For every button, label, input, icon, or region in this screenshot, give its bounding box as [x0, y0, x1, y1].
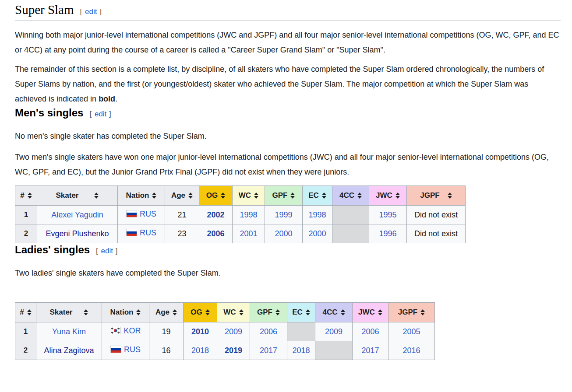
edit-link-ladies[interactable]: edit: [101, 247, 113, 255]
nation-link[interactable]: RUS: [124, 345, 141, 354]
column-header-label: #: [20, 308, 24, 316]
sort-icon: [290, 192, 295, 199]
intro-paragraph-2-period: .: [115, 94, 117, 103]
edit-section-super-slam: [ edit ]: [80, 7, 102, 16]
sort-icon: [448, 192, 452, 199]
column-header-4cc[interactable]: 4CC: [315, 303, 353, 322]
year-link-og[interactable]: 2002: [207, 210, 224, 219]
page-content: Super Slam[ edit ] Winning both major ju…: [0, 0, 572, 360]
column-header-gpf[interactable]: GPF: [265, 186, 303, 206]
russia-flag-icon: [126, 229, 137, 236]
table-row: 1 Yuna Kim KOR 19 2010 2009 2006 2009 20…: [15, 322, 435, 341]
sort-icon: [84, 309, 88, 315]
column-header-label: Nation: [126, 191, 149, 200]
sort-icon: [275, 309, 280, 315]
column-header-jwc[interactable]: JWC: [369, 186, 407, 206]
bracket-open: [: [80, 7, 83, 16]
year-link-ec[interactable]: 2000: [308, 229, 326, 238]
skater-link[interactable]: Yuna Kim: [52, 327, 86, 336]
column-header-label: JGPF: [420, 191, 439, 200]
edit-link-mens[interactable]: edit: [95, 110, 106, 118]
sort-icon: [136, 309, 141, 315]
column-header-jwc[interactable]: JWC: [353, 303, 388, 322]
sort-icon: [341, 309, 345, 315]
ladies-paragraph-1: Two ladies' single skaters have complete…: [15, 266, 561, 280]
year-link-jwc[interactable]: 1995: [379, 210, 396, 219]
sort-icon: [306, 309, 310, 315]
table-row: 2 Alina Zagitova RUS 16 2018 2019 2017 2…: [15, 341, 435, 360]
year-link-og[interactable]: 2018: [191, 346, 209, 355]
year-link-ec[interactable]: 1998: [308, 210, 326, 219]
age-cell: 19: [149, 322, 184, 341]
empty-cell: [315, 341, 353, 360]
year-link-og[interactable]: 2010: [191, 327, 209, 336]
rank-cell: 2: [15, 224, 37, 243]
column-header-jgpf[interactable]: JGPF: [388, 303, 435, 322]
column-header-ec[interactable]: EC: [287, 303, 315, 322]
column-header-skater[interactable]: Skater: [37, 186, 118, 206]
sort-icon: [239, 309, 244, 315]
year-link-jwc[interactable]: 1996: [379, 229, 396, 238]
ladies-singles-table: # Skater Nation Age OG WC GPF EC 4CC JWC…: [15, 302, 435, 360]
column-header-gpf[interactable]: GPF: [250, 303, 287, 322]
mens-singles-table: # Skater Nation Age OG WC GPF EC 4CC JWC…: [15, 186, 466, 243]
nation-link[interactable]: RUS: [140, 228, 156, 238]
column-header-skater[interactable]: Skater: [36, 303, 102, 322]
year-link-ec[interactable]: 2018: [292, 346, 310, 355]
sort-icon: [94, 192, 99, 199]
empty-cell: [287, 322, 315, 341]
column-header-og[interactable]: OG: [199, 186, 233, 206]
year-link-jwc[interactable]: 2017: [361, 346, 379, 355]
year-link-4cc[interactable]: 2009: [325, 327, 342, 336]
year-link-gpf[interactable]: 2006: [260, 327, 277, 336]
column-header-label: Age: [155, 308, 169, 316]
year-link-wc[interactable]: 2009: [225, 327, 242, 336]
column-header-ec[interactable]: EC: [303, 186, 332, 206]
column-header-num[interactable]: #: [15, 303, 36, 322]
page-title-text: Super Slam: [15, 3, 74, 17]
year-link-jwc[interactable]: 2006: [361, 327, 379, 336]
column-header-nation[interactable]: Nation: [102, 303, 149, 322]
year-link-wc[interactable]: 2019: [225, 346, 242, 355]
did-not-exist-cell: Did not exist: [407, 206, 466, 224]
bracket-close: ]: [99, 7, 102, 16]
bracket-close: ]: [116, 247, 118, 255]
column-header-jgpf[interactable]: JGPF: [407, 186, 466, 206]
edit-link-super-slam[interactable]: edit: [85, 7, 97, 16]
column-header-label: JWC: [358, 308, 375, 316]
rank-cell: 1: [15, 322, 36, 341]
skater-link[interactable]: Evgeni Plushenko: [46, 229, 109, 238]
year-link-wc[interactable]: 1998: [240, 210, 257, 219]
column-header-4cc[interactable]: 4CC: [332, 186, 369, 206]
column-header-og[interactable]: OG: [184, 303, 217, 322]
intro-paragraph-2-bold: bold: [99, 94, 115, 103]
year-link-gpf[interactable]: 2000: [275, 229, 292, 238]
intro-paragraph-1: Winning both major junior-level internat…: [15, 28, 561, 57]
column-header-nation[interactable]: Nation: [118, 186, 165, 206]
year-link-jgpf[interactable]: 2005: [403, 327, 420, 336]
column-header-wc[interactable]: WC: [233, 186, 265, 206]
column-header-label: JGPF: [398, 308, 417, 316]
year-link-wc[interactable]: 2001: [240, 229, 257, 238]
year-link-og[interactable]: 2006: [207, 229, 224, 238]
south-korea-flag-icon: [110, 327, 121, 334]
column-header-label: GPF: [257, 308, 272, 316]
sort-icon: [27, 309, 32, 315]
empty-cell: [332, 206, 369, 224]
column-header-wc[interactable]: WC: [217, 303, 250, 322]
skater-link[interactable]: Alina Zagitova: [44, 346, 94, 355]
nation-link[interactable]: KOR: [124, 326, 141, 336]
sort-icon: [173, 309, 177, 315]
year-link-gpf[interactable]: 2017: [260, 346, 277, 355]
column-header-label: 4CC: [339, 191, 354, 200]
column-header-num[interactable]: #: [15, 186, 37, 206]
column-header-age[interactable]: Age: [149, 303, 184, 322]
nation-link[interactable]: RUS: [140, 210, 156, 219]
year-link-gpf[interactable]: 1999: [275, 210, 292, 219]
year-link-jgpf[interactable]: 2016: [403, 346, 420, 355]
skater-link[interactable]: Alexei Yagudin: [51, 210, 103, 219]
column-header-age[interactable]: Age: [165, 186, 199, 206]
mens-paragraph-1: No men's single skater has completed the…: [15, 129, 561, 144]
sort-icon: [188, 192, 193, 199]
column-header-label: JWC: [376, 191, 392, 200]
